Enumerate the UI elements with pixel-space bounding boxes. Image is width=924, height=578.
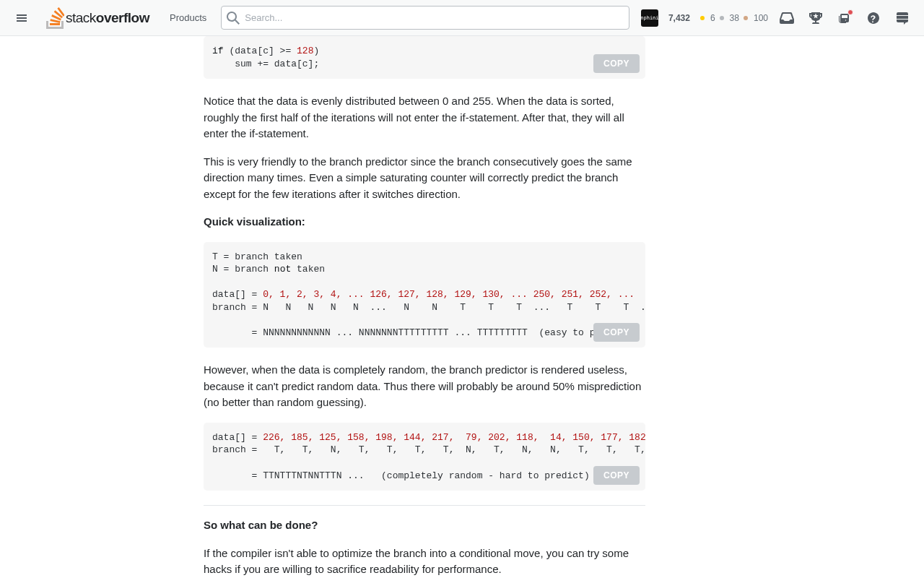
code-block-1: if (data[c] >= 128) sum += data[c];COPY	[204, 36, 645, 79]
badges[interactable]: 6 38 100	[700, 13, 768, 23]
copy-button[interactable]: COPY	[593, 466, 640, 485]
search-input[interactable]	[221, 6, 629, 30]
logo-text: stackoverflow	[66, 10, 149, 26]
notification-dot	[847, 9, 853, 15]
stack-exchange-icon	[896, 12, 909, 25]
help-icon	[867, 12, 880, 25]
menu-hamburger-button[interactable]	[9, 5, 35, 31]
bronze-badge-count: 100	[754, 13, 768, 23]
achievements-button[interactable]	[803, 5, 829, 31]
hamburger-icon	[15, 12, 28, 25]
site-switcher-button[interactable]	[889, 5, 915, 31]
trophy-icon	[809, 12, 822, 25]
code-block-3: data[] = 226, 185, 125, 158, 198, 144, 2…	[204, 423, 645, 491]
silver-badge-dot	[720, 16, 724, 20]
gold-badge-count: 6	[710, 13, 715, 23]
search-container	[221, 6, 629, 30]
paragraph: If the compiler isn't able to optimize t…	[204, 545, 645, 578]
products-button[interactable]: Products	[161, 8, 215, 27]
bronze-badge-dot	[744, 16, 748, 20]
divider	[204, 505, 645, 506]
paragraph: However, when the data is completely ran…	[204, 362, 645, 411]
reputation[interactable]: 7,432	[668, 13, 690, 23]
answer-body: if (data[c] >= 128) sum += data[c];COPY …	[186, 36, 663, 578]
inbox-icon	[780, 12, 794, 25]
topbar: stackoverflow Products nphini 7,432 6 38…	[0, 0, 924, 36]
review-queue-button[interactable]	[832, 5, 858, 31]
help-button[interactable]	[860, 5, 886, 31]
nav-icons	[774, 5, 915, 31]
copy-button[interactable]: COPY	[593, 323, 640, 342]
heading-what-can-be-done: So what can be done?	[204, 517, 645, 534]
avatar[interactable]: nphini	[641, 9, 658, 27]
search-icon	[227, 12, 240, 25]
silver-badge-count: 38	[730, 13, 739, 23]
site-logo[interactable]: stackoverflow	[40, 0, 155, 35]
paragraph: This is very friendly to the branch pred…	[204, 154, 645, 203]
page: if (data[c] >= 128) sum += data[c];COPY …	[65, 0, 859, 578]
paragraph: Notice that the data is evenly distribut…	[204, 93, 645, 142]
copy-button[interactable]: COPY	[593, 54, 640, 73]
inbox-button[interactable]	[774, 5, 800, 31]
gold-badge-dot	[700, 16, 705, 20]
user-area: nphini 7,432 6 38 100	[641, 9, 768, 27]
so-logo-icon	[46, 7, 64, 29]
heading-quick-visualization: Quick visualization:	[204, 214, 645, 230]
code-block-2: T = branch taken N = branch not taken da…	[204, 242, 645, 348]
